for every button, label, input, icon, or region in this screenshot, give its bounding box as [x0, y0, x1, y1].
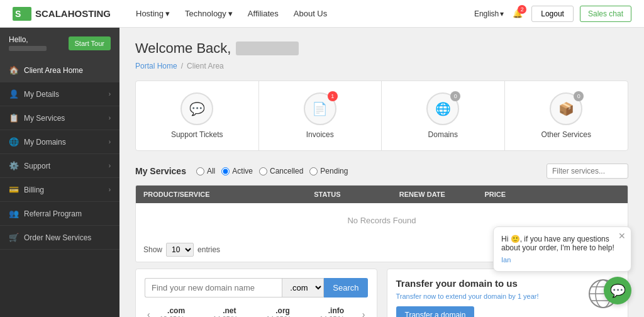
invoices-icon: 📄 [312, 101, 328, 116]
domain-input-row: .com .net .org Search [145, 278, 368, 298]
sidebar: Hello, Start Tour 🏠 Client Area Home 👤 [0, 28, 119, 317]
nav-links: Hosting Technology Affiliates About Us [130, 6, 474, 21]
domains-icon: 🌐 [9, 137, 19, 147]
invoices-badge: 1 [328, 91, 338, 101]
th-renew-date: RENEW DATE [399, 191, 485, 198]
top-navigation: S SCALAHOSTING Hosting Technology Affili… [0, 0, 644, 28]
transfer-text: Transfer your domain to us Transfer now … [396, 278, 579, 317]
chevron-right-icon-2: › [109, 114, 111, 121]
th-actions [570, 191, 620, 198]
card-domains[interactable]: 🌐 0 Domains [382, 81, 505, 150]
welcome-heading: Welcome Back, [135, 40, 628, 57]
referral-icon: 👥 [9, 209, 19, 218]
sidebar-label-support: Support [24, 162, 50, 170]
transfer-title: Transfer your domain to us [396, 278, 579, 289]
sidebar-item-my-domains[interactable]: 🌐 My Domains › [0, 130, 119, 154]
entries-label: entries [197, 245, 220, 254]
sidebar-item-order-new-services[interactable]: 🛒 Order New Services [0, 226, 119, 250]
start-tour-button[interactable]: Start Tour [69, 36, 111, 50]
tld-select[interactable]: .com .net .org [282, 278, 324, 298]
th-product: PRODUCT/SERVICE [143, 191, 314, 198]
nav-hosting[interactable]: Hosting [130, 6, 176, 21]
sidebar-menu: 🏠 Client Area Home 👤 My Details › [0, 58, 119, 250]
hello-label: Hello, [9, 35, 47, 44]
nav-technology[interactable]: Technology [179, 6, 239, 21]
services-icon: 📋 [9, 113, 19, 123]
carousel-next[interactable]: › [360, 309, 368, 317]
breadcrumb-current: Client Area [187, 62, 224, 70]
content-area: Welcome Back, Portal Home / Client Area … [119, 28, 644, 317]
transfer-button[interactable]: Transfer a domain [396, 306, 475, 317]
card-label-domains: Domains [388, 130, 498, 139]
logout-button[interactable]: Logout [531, 6, 574, 22]
transfer-subtitle: Transfer now to extend your domain by 1 … [396, 292, 579, 300]
sales-chat-button[interactable]: Sales chat [580, 6, 631, 22]
carousel-prev[interactable]: ‹ [145, 309, 153, 317]
tld-info: .info 14.95/Year [319, 306, 353, 317]
sidebar-label-billing: Billing [24, 186, 44, 194]
other-services-badge: 0 [574, 91, 584, 101]
sidebar-item-my-details[interactable]: 👤 My Details › [0, 82, 119, 106]
chat-open-button[interactable]: 💬 [604, 277, 631, 304]
card-support-tickets[interactable]: 💬 Support Tickets [136, 81, 259, 150]
card-label-support: Support Tickets [142, 130, 252, 139]
language-selector[interactable]: English ▾ [474, 9, 504, 18]
nav-affiliates[interactable]: Affiliates [242, 6, 285, 21]
domain-search-box: .com .net .org Search ‹ .com 13.65/Year [135, 269, 377, 317]
support-tickets-icon: 💬 [189, 101, 205, 116]
main-layout: Hello, Start Tour 🏠 Client Area Home 👤 [0, 28, 644, 317]
filter-all[interactable]: All [196, 167, 215, 175]
entries-select[interactable]: 10 25 50 [166, 243, 194, 257]
filter-active[interactable]: Active [221, 167, 253, 175]
domains-card-icon: 🌐 [435, 101, 451, 116]
th-status: STATUS [314, 191, 399, 198]
card-other-services[interactable]: 📦 0 Other Services [505, 81, 628, 150]
sidebar-label-client-area-home: Client Area Home [24, 66, 83, 75]
filter-pending[interactable]: Pending [309, 167, 348, 175]
sidebar-item-my-services[interactable]: 📋 My Services › [0, 106, 119, 130]
sidebar-item-billing[interactable]: 💳 Billing › [0, 178, 119, 202]
breadcrumb: Portal Home / Client Area [135, 62, 628, 70]
username-bar [9, 46, 47, 51]
tld-org: .org 14.95/Year [266, 306, 299, 317]
filter-services-input[interactable] [547, 164, 628, 179]
person-icon: 👤 [9, 89, 19, 99]
my-services-header: My Services All Active Cancelled Pending [135, 164, 628, 179]
sidebar-label-my-domains: My Domains [24, 138, 66, 147]
chat-widget: ✕ Hi 🙂, if you have any questions about … [604, 277, 631, 304]
domain-search-button[interactable]: Search [324, 278, 367, 298]
chevron-right-icon-3: › [109, 138, 111, 145]
notifications-bell[interactable]: 🔔 2 [510, 6, 525, 21]
sidebar-item-support[interactable]: ⚙️ Support › [0, 154, 119, 178]
tld-list: .com 13.65/Year .net 14.95/Year .org 14.… [153, 306, 360, 317]
cart-icon: 🛒 [9, 233, 19, 242]
other-services-icon: 📦 [558, 101, 574, 116]
card-invoices[interactable]: 📄 1 Invoices [259, 81, 382, 150]
chat-bubble-text: Hi 🙂, if you have any questions about yo… [501, 235, 614, 252]
tld-com: .com 13.65/Year [160, 306, 193, 317]
chat-icon: 💬 [610, 283, 626, 298]
table-header: PRODUCT/SERVICE STATUS RENEW DATE PRICE [136, 186, 628, 203]
filter-radio-group: All Active Cancelled Pending [196, 167, 348, 175]
filter-cancelled[interactable]: Cancelled [259, 167, 303, 175]
breadcrumb-portal-home[interactable]: Portal Home [135, 62, 177, 70]
domain-search-input[interactable] [145, 278, 282, 298]
show-label: Show [143, 245, 162, 254]
tld-net: .net 14.95/Year [213, 306, 246, 317]
card-label-invoices: Invoices [265, 130, 375, 139]
bottom-grid: .com .net .org Search ‹ .com 13.65/Year [135, 269, 628, 317]
card-label-other-services: Other Services [511, 130, 622, 139]
domains-badge: 0 [450, 91, 460, 101]
service-cards: 💬 Support Tickets 📄 1 Invoices 🌐 0 Domai… [135, 81, 628, 151]
nav-about-us[interactable]: About Us [287, 6, 333, 21]
chat-agent-name: Ian [501, 256, 623, 264]
home-icon: 🏠 [9, 65, 19, 75]
chevron-right-icon: › [109, 91, 111, 97]
sidebar-item-referral-program[interactable]: 👥 Referral Program [0, 202, 119, 226]
sidebar-hello: Hello, Start Tour [0, 28, 119, 58]
logo[interactable]: S SCALAHOSTING [13, 7, 111, 21]
logo-text: SCALAHOSTING [35, 8, 111, 19]
sidebar-item-client-area-home[interactable]: 🏠 Client Area Home [0, 58, 119, 82]
sidebar-label-order-new-services: Order New Services [24, 233, 91, 242]
chat-close-button[interactable]: ✕ [618, 231, 626, 241]
